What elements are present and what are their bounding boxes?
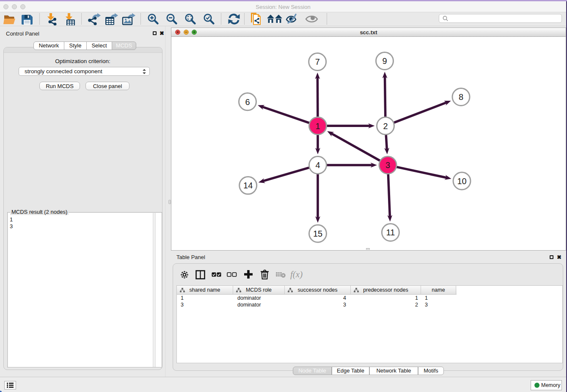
svg-text:11: 11	[386, 228, 395, 237]
svg-text:1: 1	[315, 121, 320, 131]
svg-text:10: 10	[457, 177, 466, 186]
svg-text:9: 9	[382, 56, 387, 66]
svg-text:14: 14	[243, 181, 253, 190]
svg-text:7: 7	[315, 57, 320, 66]
svg-text:4: 4	[315, 160, 320, 170]
svg-text:8: 8	[459, 92, 463, 102]
svg-text:15: 15	[313, 229, 322, 238]
svg-text:3: 3	[385, 160, 390, 170]
svg-text:6: 6	[245, 97, 250, 107]
svg-text:2: 2	[383, 121, 388, 131]
